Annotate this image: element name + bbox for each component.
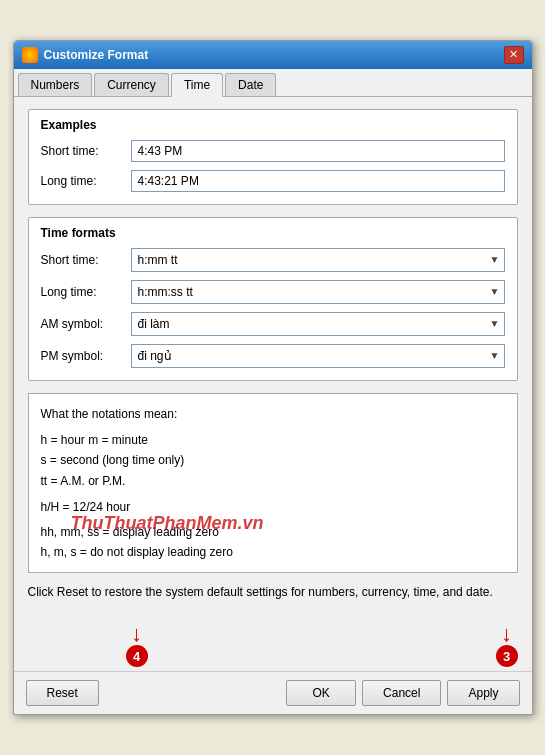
cancel-button[interactable]: Cancel xyxy=(362,680,441,706)
badge4-annotation: ↓ 4 xyxy=(126,623,148,667)
format-short-time-dropdown-container[interactable]: h:mm tt ▼ xyxy=(131,248,505,272)
tabs-bar: Numbers Currency Time Date xyxy=(14,69,532,97)
examples-title: Examples xyxy=(41,118,505,132)
am-symbol-row: AM symbol: đi làm ▼ xyxy=(41,312,505,336)
watermark-container: hh, mm, ss = display leading zero h, m, … xyxy=(41,522,505,563)
notes-line1: What the notations mean: xyxy=(41,404,505,424)
format-short-time-row: Short time: h:mm tt ▼ xyxy=(41,248,505,272)
long-time-value: 4:43:21 PM xyxy=(131,170,505,192)
long-time-label: Long time: xyxy=(41,174,131,188)
am-symbol-dropdown-container[interactable]: đi làm ▼ xyxy=(131,312,505,336)
bottom-bar: Reset OK Cancel Apply xyxy=(14,671,532,714)
badge-4: 4 xyxy=(126,645,148,667)
format-long-time-dropdown-container[interactable]: h:mm:ss tt ▼ xyxy=(131,280,505,304)
pm-symbol-label: PM symbol: xyxy=(41,349,131,363)
annotation-row: ↓ 4 ↓ 3 xyxy=(14,623,532,671)
tab-time[interactable]: Time xyxy=(171,73,223,97)
pm-symbol-select[interactable]: đi ngủ xyxy=(132,345,504,367)
arrow-down-icon-2: ↓ xyxy=(501,623,512,645)
tab-numbers[interactable]: Numbers xyxy=(18,73,93,96)
short-time-label: Short time: xyxy=(41,144,131,158)
am-symbol-select[interactable]: đi làm xyxy=(132,313,504,335)
window-title: Customize Format xyxy=(44,48,149,62)
reset-info: Click Reset to restore the system defaul… xyxy=(28,583,518,601)
format-short-time-label: Short time: xyxy=(41,253,131,267)
notes-line4: tt = A.M. or P.M. xyxy=(41,471,505,491)
title-bar-left: Customize Format xyxy=(22,47,149,63)
reset-button[interactable]: Reset xyxy=(26,680,99,706)
pm-symbol-dropdown-container[interactable]: đi ngủ ▼ xyxy=(131,344,505,368)
time-formats-section: Time formats Short time: h:mm tt ▼ Long … xyxy=(28,217,518,381)
format-short-time-select[interactable]: h:mm tt xyxy=(132,249,504,271)
window-icon xyxy=(22,47,38,63)
am-symbol-label: AM symbol: xyxy=(41,317,131,331)
notes-line3: s = second (long time only) xyxy=(41,450,505,470)
main-content: Examples Short time: 4:43 PM Long time: … xyxy=(14,97,532,624)
notes-line8: h, m, s = do not display leading zero xyxy=(41,542,505,562)
customize-format-window: Customize Format ✕ Numbers Currency Time… xyxy=(13,40,533,716)
title-bar: Customize Format ✕ xyxy=(14,41,532,69)
examples-section: Examples Short time: 4:43 PM Long time: … xyxy=(28,109,518,205)
close-button[interactable]: ✕ xyxy=(504,46,524,64)
arrow-down-icon: ↓ xyxy=(131,623,142,645)
long-time-row: Long time: 4:43:21 PM xyxy=(41,170,505,192)
time-formats-title: Time formats xyxy=(41,226,505,240)
notes-line7: hh, mm, ss = display leading zero xyxy=(41,522,505,542)
notes-box: What the notations mean: h = hour m = mi… xyxy=(28,393,518,574)
apply-button[interactable]: Apply xyxy=(447,680,519,706)
format-long-time-select[interactable]: h:mm:ss tt xyxy=(132,281,504,303)
reset-button-wrapper: Reset xyxy=(26,680,99,706)
notes-line2: h = hour m = minute xyxy=(41,430,505,450)
bottom-right-buttons: OK Cancel Apply xyxy=(286,680,519,706)
short-time-row: Short time: 4:43 PM xyxy=(41,140,505,162)
short-time-value: 4:43 PM xyxy=(131,140,505,162)
pm-symbol-row: PM symbol: đi ngủ ▼ xyxy=(41,344,505,368)
format-long-time-label: Long time: xyxy=(41,285,131,299)
badge3-annotation: ↓ 3 xyxy=(496,623,518,667)
badge-3: 3 xyxy=(496,645,518,667)
ok-button[interactable]: OK xyxy=(286,680,356,706)
format-long-time-row: Long time: h:mm:ss tt ▼ xyxy=(41,280,505,304)
notes-line6: h/H = 12/24 hour xyxy=(41,497,505,517)
tab-date[interactable]: Date xyxy=(225,73,276,96)
tab-currency[interactable]: Currency xyxy=(94,73,169,96)
